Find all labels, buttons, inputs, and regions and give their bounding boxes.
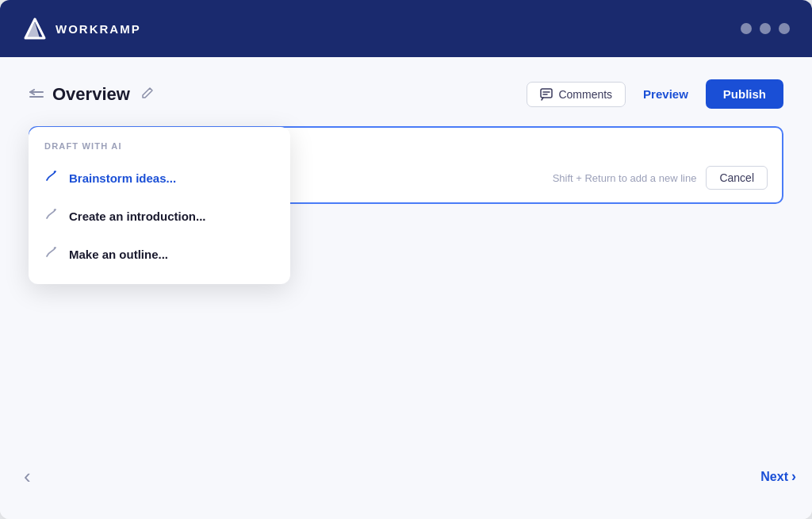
header-right: Comments Preview Publish <box>527 79 783 109</box>
titlebar: WORKRAMP <box>0 0 812 57</box>
svg-rect-4 <box>541 89 552 98</box>
page-title: Overview <box>52 84 130 105</box>
nav-arrows: ‹ Next › <box>0 459 812 494</box>
window-dot-3 <box>779 23 790 34</box>
preview-button[interactable]: Preview <box>635 82 696 106</box>
back-icon[interactable] <box>29 89 44 100</box>
prev-button[interactable]: ‹ <box>16 459 39 494</box>
prev-icon: ‹ <box>24 464 31 488</box>
intro-icon <box>44 207 58 225</box>
main-content: Overview Comments Previ <box>0 57 812 519</box>
dropdown-item-intro[interactable]: Create an introduction... <box>29 197 290 235</box>
ai-dropdown: DRAFT WITH AI Brainstorm ideas... <box>29 127 290 284</box>
comments-icon <box>540 88 553 101</box>
svg-point-8 <box>54 209 56 210</box>
dropdown-item-outline[interactable]: Make an outline... <box>29 235 290 273</box>
next-label: Next <box>760 470 788 484</box>
comments-button[interactable]: Comments <box>527 82 626 107</box>
logo: WORKRAMP <box>22 16 141 41</box>
app-window: WORKRAMP Overview <box>0 0 812 519</box>
svg-point-9 <box>54 247 56 248</box>
brainstorm-icon <box>44 169 58 186</box>
window-controls <box>741 23 790 34</box>
window-dot-1 <box>741 23 752 34</box>
logo-icon <box>22 16 48 41</box>
header-bar: Overview Comments Previ <box>29 79 783 109</box>
dropdown-item-brainstorm[interactable]: Brainstorm ideas... <box>29 159 290 197</box>
edit-icon[interactable] <box>141 86 154 102</box>
dropdown-item-brainstorm-label: Brainstorm ideas... <box>69 171 176 185</box>
svg-point-7 <box>54 171 56 172</box>
header-left: Overview <box>29 84 154 105</box>
dropdown-item-outline-label: Make an outline... <box>69 248 168 261</box>
cancel-button[interactable]: Cancel <box>706 166 768 190</box>
window-dot-2 <box>760 23 771 34</box>
logo-text: WORKRAMP <box>56 22 141 36</box>
dropdown-item-intro-label: Create an introduction... <box>69 210 206 223</box>
next-icon: › <box>791 468 796 485</box>
shift-hint: Shift + Return to add a new line <box>553 172 697 184</box>
dropdown-section-label: DRAFT WITH AI <box>29 141 290 159</box>
publish-button[interactable]: Publish <box>706 79 783 109</box>
next-button[interactable]: Next › <box>760 468 796 485</box>
comments-label: Comments <box>558 88 612 101</box>
outline-icon <box>44 245 58 263</box>
